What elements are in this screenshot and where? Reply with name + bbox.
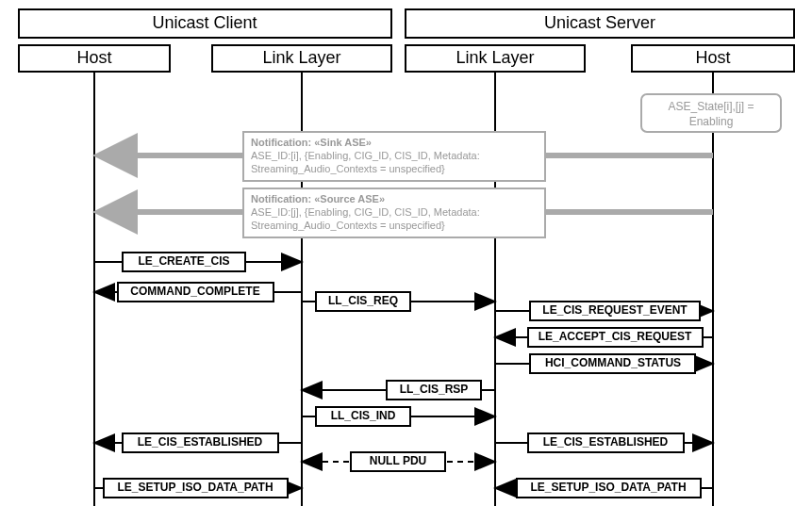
label-cis-req: LL_CIS_REQ <box>328 294 398 307</box>
label-cis-req-event: LE_CIS_REQUEST_EVENT <box>542 303 688 317</box>
sink-l2: Streaming_Audio_Contexts = unspecified} <box>251 163 445 174</box>
label-accept-cis: LE_ACCEPT_CIS_REQUEST <box>539 330 692 343</box>
label-cmd-complete: COMMAND_COMPLETE <box>130 285 259 298</box>
ase-state-line1: ASE_State[i],[j] = <box>668 100 754 113</box>
source-l1: ASE_ID:[j], {Enabling, CIG_ID, CIS_ID, M… <box>251 206 480 218</box>
server-group-label: Unicast Server <box>544 13 655 32</box>
label-established-r: LE_CIS_ESTABLISHED <box>543 435 669 449</box>
label-cis-ind: LL_CIS_IND <box>331 409 396 422</box>
ase-state-line2: Enabling <box>689 115 734 128</box>
link-right-label: Link Layer <box>456 48 534 67</box>
sink-l1: ASE_ID:[i], {Enabling, CIG_ID, CIS_ID, M… <box>251 150 480 161</box>
label-hci-status: HCI_COMMAND_STATUS <box>545 356 681 369</box>
label-create-cis: LE_CREATE_CIS <box>138 254 229 268</box>
host-right-label: Host <box>695 48 730 67</box>
sink-title: Notification: «Sink ASE» <box>251 137 372 148</box>
label-cis-rsp: LL_CIS_RSP <box>400 383 469 396</box>
source-title: Notification: «Source ASE» <box>251 193 385 204</box>
label-iso-l: LE_SETUP_ISO_DATA_PATH <box>117 481 273 494</box>
label-established-l: LE_CIS_ESTABLISHED <box>138 435 263 449</box>
host-left-label: Host <box>76 48 111 67</box>
link-left-label: Link Layer <box>262 48 340 67</box>
label-iso-r: LE_SETUP_ISO_DATA_PATH <box>530 481 686 494</box>
label-null-pdu: NULL PDU <box>370 454 426 467</box>
source-l2: Streaming_Audio_Contexts = unspecified} <box>251 220 445 231</box>
client-group-label: Unicast Client <box>152 13 257 32</box>
